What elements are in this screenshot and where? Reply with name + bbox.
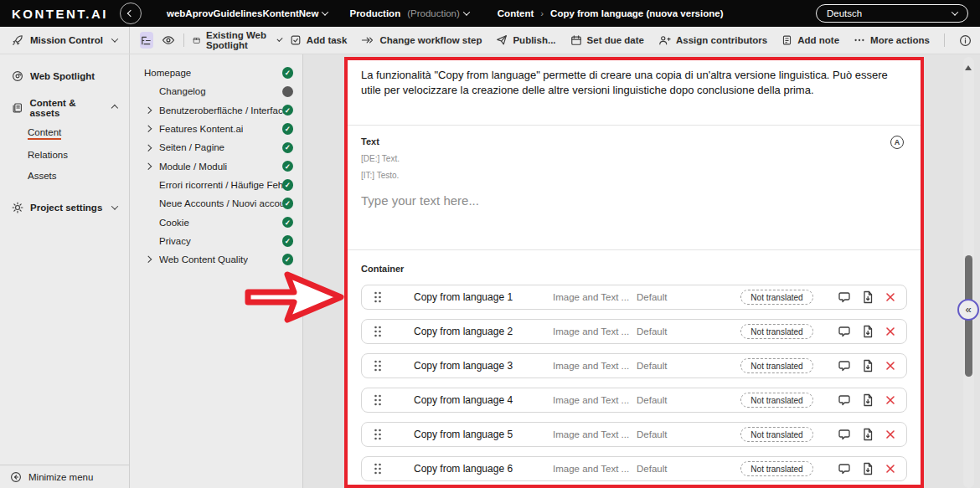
status-check-icon: ✓: [282, 235, 294, 247]
linked-item-row[interactable]: Copy from language 1 Image and Text ... …: [361, 285, 907, 310]
sidebar-item-assets[interactable]: Assets: [0, 165, 129, 186]
project-switcher[interactable]: webAprovGuidelinesKontentNew: [167, 8, 328, 18]
assign-contributors-button[interactable]: Assign contributors: [658, 34, 767, 46]
sidebar-item-project-settings[interactable]: Project settings: [0, 198, 129, 218]
tree-item-cookie[interactable]: Cookie ✓: [130, 213, 302, 231]
language-selector[interactable]: Deutsch: [816, 4, 968, 23]
drag-handle-icon[interactable]: [372, 325, 384, 338]
status-check-icon: ✓: [282, 105, 294, 116]
linked-item-row[interactable]: Copy from language 4 Image and Text ... …: [361, 388, 907, 413]
drag-handle-icon[interactable]: [372, 428, 384, 441]
remove-icon[interactable]: [885, 326, 896, 337]
add-task-button[interactable]: Add task: [290, 34, 348, 46]
tree-item-module-moduli[interactable]: Module / Moduli ✓: [130, 157, 302, 175]
sidebar-item-content[interactable]: Content: [0, 123, 129, 144]
linked-item-row[interactable]: Copy from language 5 Image and Text ... …: [361, 422, 907, 447]
translate-icon[interactable]: A: [890, 136, 904, 149]
linked-item-row[interactable]: Copy from language 2 Image and Text ... …: [361, 319, 907, 344]
comment-icon[interactable]: [838, 290, 851, 304]
chevron-right-icon[interactable]: [145, 126, 152, 132]
item-type: Image and Text ...: [553, 464, 637, 474]
remove-icon[interactable]: [885, 429, 896, 440]
rich-text-element[interactable]: La funzionalità "Copy from language" per…: [348, 60, 921, 126]
sidebar-item-content-assets[interactable]: Content & assets: [0, 98, 129, 118]
duplicate-document-icon[interactable]: [862, 325, 874, 338]
duplicate-document-icon[interactable]: [862, 290, 874, 304]
collapse-panel-button[interactable]: «: [957, 299, 979, 321]
tree-item-benutzeroberflaeche[interactable]: Benutzeroberfläche / Interfac... ✓: [130, 101, 302, 120]
chevron-right-icon[interactable]: [145, 163, 152, 170]
guideline-de: [DE:] Text.: [361, 154, 907, 163]
duplicate-document-icon[interactable]: [862, 359, 874, 372]
drag-handle-icon[interactable]: [372, 359, 384, 372]
publish-button[interactable]: Publish...: [496, 34, 555, 46]
chevron-right-icon[interactable]: [145, 144, 152, 151]
drag-handle-icon[interactable]: [372, 393, 384, 407]
chevron-right-icon[interactable]: [145, 107, 152, 114]
tree-item-label: Neue Accounts / Nuovi account: [159, 198, 286, 208]
tree-item-seiten-pagine[interactable]: Seiten / Pagine ✓: [130, 138, 302, 157]
tree-item-features-kontent[interactable]: Features Kontent.ai ✓: [130, 120, 302, 138]
sidebar-item-label: Mission Control: [30, 35, 103, 45]
content-tree-panel: Homepage ✓ Changelog Benutzeroberfläche …: [130, 54, 303, 488]
comment-icon[interactable]: [838, 325, 851, 338]
comment-icon[interactable]: [838, 428, 851, 441]
comment-icon[interactable]: [838, 393, 851, 407]
comment-icon[interactable]: [838, 359, 851, 372]
environment-switcher[interactable]: Production (Production): [349, 8, 468, 18]
item-type: Image and Text ...: [553, 361, 637, 371]
duplicate-document-icon[interactable]: [862, 428, 874, 441]
publish-label: Publish...: [513, 35, 555, 45]
drag-handle-icon[interactable]: [372, 462, 384, 475]
set-due-date-button[interactable]: Set due date: [570, 34, 644, 46]
duplicate-document-icon[interactable]: [862, 393, 874, 407]
info-button[interactable]: [959, 34, 972, 47]
tree-item-label: Module / Moduli: [159, 162, 227, 172]
container-element: Container Copy from language 1 Image and…: [348, 250, 921, 488]
eye-icon: [162, 33, 175, 47]
task-checkbox-icon: [290, 34, 302, 46]
tree-item-neue-accounts[interactable]: Neue Accounts / Nuovi account ✓: [130, 194, 302, 213]
tree-item-errori-ricorrenti[interactable]: Errori ricorrenti / Häufige Fehler ✓: [130, 176, 302, 194]
item-title: Copy from language 3: [414, 360, 553, 372]
back-button[interactable]: [120, 3, 142, 24]
add-note-button[interactable]: Add note: [781, 34, 839, 46]
minimize-arrow-icon: [10, 471, 22, 483]
tree-item-web-content-quality[interactable]: Web Content Quality ✓: [130, 250, 302, 269]
web-spotlight-selector[interactable]: Existing Web Spotlight: [193, 30, 281, 50]
linked-item-row[interactable]: Copy from language 6 Image and Text ... …: [361, 456, 907, 481]
remove-icon[interactable]: [885, 360, 896, 372]
chevron-right-icon[interactable]: [145, 256, 152, 263]
item-title: Copy from language 4: [414, 394, 553, 406]
tree-item-homepage[interactable]: Homepage ✓: [130, 64, 302, 82]
sidebar-item-mission-control[interactable]: Mission Control: [0, 27, 130, 54]
sidebar-item-label: Project settings: [30, 203, 102, 213]
remove-icon[interactable]: [885, 463, 896, 475]
minimize-menu-button[interactable]: Minimize menu: [0, 465, 129, 488]
text-input[interactable]: Type your text here...: [361, 193, 907, 208]
tree-item-changelog[interactable]: Changelog: [130, 82, 302, 100]
comment-icon[interactable]: [838, 462, 851, 475]
scrollbar-up-arrow-icon[interactable]: [965, 65, 972, 70]
change-workflow-step-button[interactable]: Change workflow step: [361, 34, 482, 46]
assign-contributors-label: Assign contributors: [676, 35, 767, 45]
workflow-arrow-icon: [361, 34, 374, 46]
sidebar-item-relations[interactable]: Relations: [0, 144, 129, 165]
duplicate-document-icon[interactable]: [862, 462, 874, 475]
sidebar-item-web-spotlight[interactable]: Web Spotlight: [0, 66, 129, 86]
preview-toggle[interactable]: [162, 32, 175, 49]
app-sidebar: Web Spotlight Content & assets Content R…: [0, 54, 130, 488]
content-tree-toggle[interactable]: [140, 32, 153, 49]
spotlight-icon: [12, 70, 23, 82]
tree-item-privacy[interactable]: Privacy ✓: [130, 232, 302, 250]
tree-item-label: Privacy: [159, 236, 191, 246]
minimize-menu-label: Minimize menu: [28, 472, 93, 482]
status-check-icon: ✓: [282, 217, 294, 229]
chevron-down-icon: [463, 8, 470, 15]
drag-handle-icon[interactable]: [372, 290, 384, 304]
more-actions-button[interactable]: More actions: [854, 34, 930, 46]
remove-icon[interactable]: [885, 394, 896, 406]
remove-icon[interactable]: [885, 291, 896, 303]
linked-item-row[interactable]: Copy from language 3 Image and Text ... …: [361, 353, 907, 378]
breadcrumb-content[interactable]: Content: [498, 8, 534, 18]
